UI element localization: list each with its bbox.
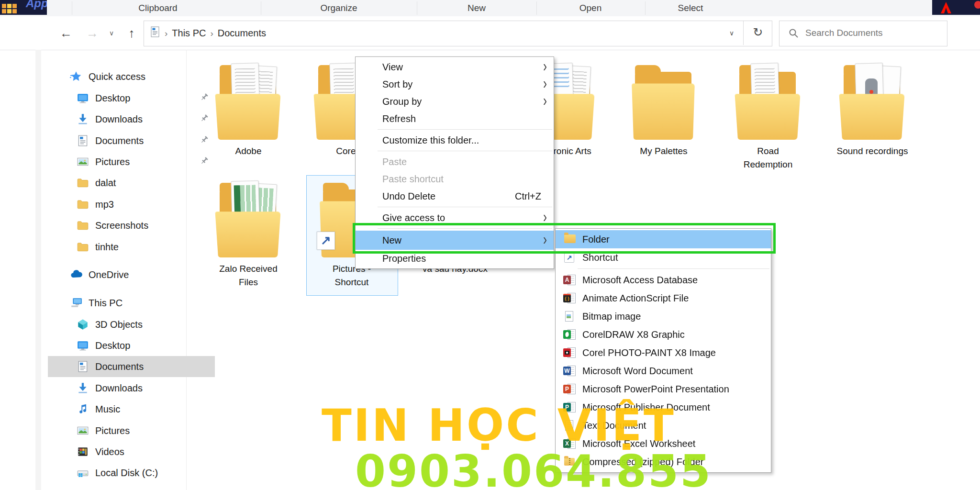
file-label: Sound recordings — [832, 145, 913, 158]
menu-separator — [378, 207, 552, 207]
sidebar-item-tinhte[interactable]: tinhte — [48, 236, 215, 257]
adobe-window-fragment — [932, 0, 980, 15]
submenu-item-photopaint-image[interactable]: Corel PHOTO-PAINT X8 Image — [556, 344, 771, 362]
folder-with-documents-icon — [732, 59, 804, 144]
documents-icon — [77, 134, 91, 147]
ribbon-separator — [72, 1, 72, 15]
music-note-icon — [77, 403, 91, 415]
submenu-arrow-icon — [543, 91, 547, 110]
up-button[interactable] — [121, 16, 142, 50]
file-tile-road-redemption[interactable]: RoadRedemption — [727, 59, 809, 171]
keyboard-shortcut: Ctrl+Z — [515, 191, 549, 202]
submenu-item-access-database[interactable]: Microsoft Access Database — [556, 271, 771, 289]
submenu-arrow-icon — [543, 74, 547, 92]
menu-item-view[interactable]: View — [356, 58, 554, 76]
scrollbar-strip[interactable] — [35, 50, 41, 490]
sidebar-item-desktop-pc[interactable]: Desktop — [48, 335, 215, 356]
downloads-icon — [77, 382, 91, 394]
file-tile-adobe[interactable]: Adobe — [208, 59, 289, 158]
sidebar-item-3d-objects[interactable]: 3D Objects — [48, 314, 215, 335]
sidebar-item-local-disk-c[interactable]: Local Disk (C:) — [48, 462, 215, 483]
onedrive-cloud-icon — [70, 268, 84, 281]
sidebar-item-pictures[interactable]: Pictures — [48, 151, 215, 172]
red-orb-icon — [974, 1, 980, 9]
back-button[interactable] — [56, 16, 77, 50]
file-label: Adobe — [208, 145, 289, 158]
taskbar-apps-fragment[interactable]: Apps — [0, 0, 47, 15]
sidebar-item-documents[interactable]: Documents — [48, 130, 215, 151]
menu-separator — [378, 129, 552, 130]
sidebar-item-music[interactable]: Music — [48, 399, 215, 420]
sidebar-item-videos[interactable]: Videos — [48, 441, 215, 462]
word-file-ic — [563, 365, 576, 377]
documents-icon — [77, 360, 91, 373]
submenu-item-powerpoint-presentation[interactable]: Microsoft PowerPoint Presentation — [556, 380, 771, 398]
menu-item-refresh[interactable]: Refresh — [356, 110, 554, 127]
access-file-ic — [563, 274, 576, 286]
menu-separator — [378, 151, 552, 151]
downloads-icon — [77, 113, 91, 125]
pictures-icon — [77, 156, 91, 168]
breadcrumb: This PC Documents — [150, 21, 266, 45]
file-label: Road — [727, 145, 809, 158]
refresh-button[interactable] — [745, 21, 771, 45]
forward-button[interactable] — [82, 16, 103, 50]
folder-icon — [77, 241, 91, 253]
sidebar-item-downloads[interactable]: Downloads — [48, 109, 215, 130]
breadcrumb-documents[interactable]: Documents — [218, 28, 266, 39]
sidebar-item-label: tinhte — [95, 242, 119, 253]
ribbon-group-open: Open — [543, 0, 638, 16]
submenu-item-word-document[interactable]: Microsoft Word Document — [556, 362, 771, 380]
sidebar-item-label: Local Disk (C:) — [95, 468, 158, 479]
menu-item-paste-shortcut: Paste shortcut — [356, 170, 554, 188]
sidebar-item-desktop[interactable]: Desktop — [48, 88, 215, 109]
watermark-title: TIN HỌC VIỆT — [322, 400, 676, 451]
address-bar[interactable]: This PC Documents — [144, 21, 772, 46]
menu-item-sort-by[interactable]: Sort by — [356, 76, 554, 93]
sidebar-item-quick-access[interactable]: Quick access — [48, 66, 208, 87]
folder-icon — [77, 198, 91, 211]
search-input[interactable] — [804, 21, 940, 45]
sidebar-item-label: Quick access — [89, 71, 145, 82]
ribbon-separator — [536, 1, 537, 15]
folder-with-documents-icon — [212, 59, 284, 144]
annotation-highlight-box — [353, 223, 776, 254]
sidebar-item-label: dalat — [95, 178, 116, 189]
sidebar-item-pictures-pc[interactable]: Pictures — [48, 420, 215, 441]
submenu-item-bitmap-image[interactable]: Bitmap image — [556, 307, 771, 325]
sidebar-item-this-pc[interactable]: This PC — [48, 292, 208, 313]
breadcrumb-chevron-icon — [165, 28, 167, 39]
file-tile-sound-recordings[interactable]: Sound recordings — [832, 59, 913, 158]
file-tile-my-palettes[interactable]: My Palettes — [623, 59, 704, 158]
sidebar-item-mp3[interactable]: mp3 — [48, 194, 215, 215]
sidebar-item-screenshots[interactable]: Screenshots — [48, 215, 215, 236]
bitmap-file-ic — [563, 311, 576, 322]
address-dropdown-chevron[interactable] — [722, 21, 741, 45]
sidebar-item-label: Desktop — [95, 340, 130, 351]
submenu-item-coreldraw-graphic[interactable]: CorelDRAW X8 Graphic — [556, 325, 771, 344]
menu-item-customize-this-folder[interactable]: Customize this folder... — [356, 132, 554, 149]
folder-empty-icon — [628, 59, 700, 144]
sidebar-item-dalat[interactable]: dalat — [48, 172, 215, 193]
menu-separator — [578, 268, 769, 269]
recent-locations-chevron[interactable] — [103, 16, 120, 50]
submenu-item-animate-actionscript[interactable]: Animate ActionScript File — [556, 289, 771, 307]
search-box[interactable] — [779, 21, 947, 46]
folder-with-spreadsheets-icon — [212, 177, 284, 261]
sidebar-item-documents-pc[interactable]: Documents — [48, 356, 215, 377]
sidebar-item-label: Screenshots — [95, 220, 148, 231]
file-explorer-window: Clipboard Organize New Open Select Apps — [0, 0, 980, 490]
sidebar-item-downloads-pc[interactable]: Downloads — [48, 378, 215, 399]
file-tile-zalo-received-files[interactable]: Zalo ReceivedFiles — [208, 177, 289, 289]
sidebar-item-label: OneDrive — [89, 269, 129, 280]
ribbon-separator — [261, 1, 261, 15]
submenu-arrow-icon — [543, 57, 547, 75]
menu-item-undo-delete[interactable]: Undo DeleteCtrl+Z — [356, 188, 554, 205]
menu-item-group-by[interactable]: Group by — [356, 93, 554, 110]
breadcrumb-this-pc[interactable]: This PC — [172, 28, 206, 39]
sidebar-item-label: Downloads — [95, 114, 143, 125]
menu-item-paste: Paste — [356, 153, 554, 170]
sidebar-item-onedrive[interactable]: OneDrive — [48, 264, 208, 285]
this-pc-icon — [70, 297, 84, 309]
sidebar-item-label: Videos — [95, 446, 124, 457]
